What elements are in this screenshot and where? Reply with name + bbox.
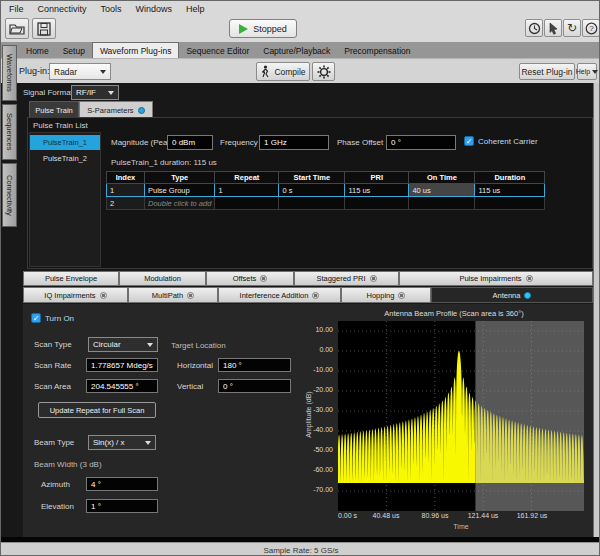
sidebar-tab-connectivity[interactable]: Connectivity [2, 163, 17, 227]
scan-area-input[interactable] [86, 379, 158, 393]
tab-iq-impairments[interactable]: IQ Impairments [23, 287, 128, 303]
save-icon [37, 22, 51, 36]
sidebar-tab-waveforms[interactable]: Waveforms [2, 45, 17, 101]
svg-text:?: ? [589, 24, 594, 33]
azimuth-label: Azimuth [41, 480, 70, 489]
cell-empty[interactable] [345, 197, 409, 210]
tab-modulation[interactable]: Modulation [119, 271, 206, 286]
plugin-help-button[interactable]: Help [577, 63, 597, 80]
cell-index[interactable]: 1 [107, 184, 145, 197]
frequency-input[interactable] [259, 135, 329, 150]
active-badge-icon [524, 292, 531, 299]
cell-empty[interactable] [215, 197, 279, 210]
settings-gear-icon [317, 65, 331, 79]
cell-type[interactable]: Pulse Group [145, 184, 215, 197]
vertical-input[interactable] [218, 379, 291, 393]
tab-home[interactable]: Home [19, 43, 56, 58]
tab-multipath[interactable]: MultiPath [128, 287, 218, 303]
menu-file[interactable]: File [9, 4, 24, 14]
info-badge-icon [260, 275, 267, 282]
help-button[interactable]: ? [582, 19, 600, 37]
list-item-pulsetrain-2[interactable]: PulseTrain_2 [30, 151, 100, 166]
reset-plugin-button[interactable]: Reset Plug-in [519, 63, 575, 80]
antenna-beam-plot[interactable] [338, 321, 584, 511]
status-bar: Sample Rate: 5 GS/s [1, 542, 600, 556]
turn-on-checkbox[interactable]: ✓ [31, 313, 41, 323]
cell-pri[interactable]: 115 us [345, 184, 409, 197]
table-row: 1 Pulse Group 1 0 s 115 us 40 us 115 us [107, 184, 545, 197]
cell-empty[interactable] [475, 197, 545, 210]
coherent-carrier-checkbox[interactable]: ✓ [464, 136, 474, 146]
tab-label: Offsets [233, 274, 257, 283]
scan-type-select[interactable]: Circular [88, 337, 158, 352]
open-button[interactable] [5, 18, 29, 39]
tab-precompensation[interactable]: Precompensation [337, 43, 417, 58]
azimuth-input[interactable] [86, 477, 158, 491]
cell-start-time[interactable]: 0 s [279, 184, 345, 197]
col-start-time[interactable]: Start Time [279, 172, 345, 184]
cell-on-time-selected[interactable]: 40 us [409, 184, 475, 197]
application-window: File Connectivity Tools Windows Help Sto… [0, 0, 600, 556]
tab-hopping[interactable]: Hopping [341, 287, 431, 303]
list-item-pulsetrain-1[interactable]: PulseTrain_1 [30, 135, 100, 150]
compile-button[interactable]: Compile [256, 62, 310, 81]
col-duration[interactable]: Duration [475, 172, 545, 184]
tab-pulse-envelope[interactable]: Pulse Envelope [23, 271, 119, 286]
elevation-label: Elevation [41, 502, 74, 511]
pointer-button[interactable] [544, 19, 562, 37]
col-index[interactable]: Index [107, 172, 145, 184]
elevation-input[interactable] [86, 499, 158, 513]
cell-index[interactable]: 2 [107, 197, 145, 210]
refresh-button[interactable]: ↻ [563, 19, 581, 37]
col-repeat[interactable]: Repeat [215, 172, 279, 184]
menu-help[interactable]: Help [186, 4, 205, 14]
history-button[interactable] [525, 19, 543, 37]
col-pri[interactable]: PRI [345, 172, 409, 184]
beam-type-select[interactable]: Sin(x) / x [88, 435, 156, 450]
tab-capture-playback[interactable]: Capture/Playback [256, 43, 337, 58]
signal-format-select[interactable]: RF/IF [71, 85, 119, 100]
tab-pulse-impairments[interactable]: Pulse Impairments [399, 271, 593, 286]
menu-tools[interactable]: Tools [101, 4, 122, 14]
tab-sequence-editor[interactable]: Sequence Editor [179, 43, 256, 58]
col-type[interactable]: Type [145, 172, 215, 184]
dropdown-arrow-icon [108, 91, 114, 95]
run-state-button[interactable]: Stopped [229, 19, 297, 38]
magnitude-input[interactable] [167, 135, 213, 150]
plugin-select-value: Radar [54, 67, 77, 77]
sidebar-tab-sequences[interactable]: Sequences [2, 104, 17, 160]
horizontal-input[interactable] [218, 358, 291, 372]
tab-label: Modulation [144, 274, 181, 283]
cell-duration[interactable]: 115 us [475, 184, 545, 197]
menu-connectivity[interactable]: Connectivity [38, 4, 87, 14]
cell-add-placeholder[interactable]: Double click to add [145, 197, 215, 210]
update-repeat-button[interactable]: Update Repeat for Full Scan [38, 402, 156, 418]
tab-setup[interactable]: Setup [56, 43, 92, 58]
tab-pulse-train[interactable]: Pulse Train [29, 101, 79, 118]
plugin-select[interactable]: Radar [49, 63, 111, 80]
menu-windows[interactable]: Windows [136, 4, 173, 14]
signal-format-label: Signal Format [23, 88, 73, 97]
compile-label: Compile [274, 67, 305, 77]
tab-antenna[interactable]: Antenna [431, 287, 593, 303]
tab-interference-addition[interactable]: Interference Addition [218, 287, 341, 303]
tab-waveform-plugins[interactable]: Waveform Plug-ins [92, 42, 179, 58]
save-button[interactable] [32, 18, 56, 39]
col-on-time[interactable]: On Time [409, 172, 475, 184]
y-tick: -50.00 [303, 446, 333, 453]
tab-s-parameters[interactable]: S-Parameters [79, 101, 153, 118]
tab-staggered-pri[interactable]: Staggered PRI [294, 271, 399, 286]
cell-repeat[interactable]: 1 [215, 184, 279, 197]
cell-empty[interactable] [279, 197, 345, 210]
compile-settings-button[interactable] [312, 62, 335, 81]
tab-offsets[interactable]: Offsets [206, 271, 294, 286]
phase-offset-label: Phase Offset [337, 138, 383, 147]
scan-rate-input[interactable] [86, 358, 158, 372]
dropdown-arrow-icon [592, 70, 598, 74]
cell-empty[interactable] [409, 197, 475, 210]
phase-offset-input[interactable] [386, 135, 456, 150]
reset-plugin-label: Reset Plug-in [521, 67, 572, 77]
plugin-label: Plug-in: [19, 66, 50, 76]
scan-type-label: Scan Type [34, 340, 72, 349]
y-tick: -70.00 [303, 486, 333, 493]
